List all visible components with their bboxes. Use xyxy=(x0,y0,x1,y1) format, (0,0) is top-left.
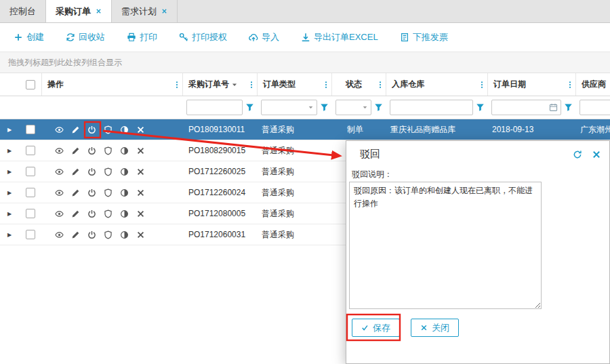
export-excel-button[interactable]: 导出订单EXCEL xyxy=(301,31,378,43)
view-icon[interactable] xyxy=(55,230,64,239)
order-date-filter-input[interactable] xyxy=(491,100,561,115)
po-number-filter-input[interactable] xyxy=(186,100,243,115)
column-menu-icon[interactable] xyxy=(322,80,330,89)
edit-icon[interactable] xyxy=(71,230,80,239)
order-type: 普通采购 xyxy=(258,166,332,178)
filter-funnel-icon[interactable] xyxy=(476,103,485,112)
print-auth-button[interactable]: 打印授权 xyxy=(179,31,227,43)
column-header-status[interactable]: 状态 xyxy=(332,73,386,96)
table-filter-row xyxy=(0,96,610,119)
print-button[interactable]: 打印 xyxy=(127,31,157,43)
recycle-icon xyxy=(66,33,75,42)
shield-icon[interactable] xyxy=(104,125,113,134)
filter-funnel-icon[interactable] xyxy=(564,103,573,112)
view-icon[interactable] xyxy=(55,167,64,176)
shield-icon[interactable] xyxy=(104,188,113,197)
row-expand-icon[interactable]: ▶ xyxy=(7,232,12,238)
select-all-checkbox[interactable] xyxy=(26,80,35,89)
reject-power-icon[interactable] xyxy=(87,167,96,176)
row-checkbox[interactable] xyxy=(26,209,35,218)
column-menu-icon[interactable] xyxy=(566,80,574,89)
column-header-warehouse[interactable]: 入库仓库 xyxy=(386,73,488,96)
tab-close-icon[interactable] xyxy=(161,8,167,14)
order-type-filter-select[interactable] xyxy=(261,100,317,115)
column-menu-icon[interactable] xyxy=(478,80,486,89)
contrast-icon[interactable] xyxy=(120,230,129,239)
shield-icon[interactable] xyxy=(104,209,113,218)
view-icon[interactable] xyxy=(55,125,64,134)
column-menu-icon[interactable] xyxy=(173,80,181,89)
column-menu-icon[interactable] xyxy=(376,80,384,89)
filter-funnel-icon[interactable] xyxy=(320,103,329,112)
view-icon[interactable] xyxy=(55,209,64,218)
row-checkbox[interactable] xyxy=(26,167,35,176)
row-checkbox[interactable] xyxy=(26,188,35,197)
delete-x-icon[interactable] xyxy=(136,125,145,134)
row-expand-icon[interactable]: ▶ xyxy=(7,148,12,154)
column-header-po-number[interactable]: 采购订单号 xyxy=(183,73,258,96)
warehouse-filter-input[interactable] xyxy=(390,100,473,115)
delete-x-icon[interactable] xyxy=(136,188,145,197)
sort-desc-icon xyxy=(231,81,238,88)
edit-icon[interactable] xyxy=(71,125,80,134)
contrast-icon[interactable] xyxy=(120,146,129,155)
reject-reason-textarea[interactable]: 驳回原因：该订单的和创建人现在已离职，不能进行操作 xyxy=(349,182,542,309)
reject-power-icon[interactable] xyxy=(87,188,96,197)
edit-icon[interactable] xyxy=(71,146,80,155)
delete-x-icon[interactable] xyxy=(136,230,145,239)
delete-x-icon[interactable] xyxy=(136,167,145,176)
tab-console[interactable]: 控制台 xyxy=(0,0,46,22)
edit-icon[interactable] xyxy=(71,188,80,197)
delete-x-icon[interactable] xyxy=(136,209,145,218)
row-checkbox[interactable] xyxy=(26,146,35,155)
row-expand-icon[interactable]: ▶ xyxy=(7,211,12,217)
reject-power-icon[interactable] xyxy=(87,146,96,155)
reject-power-icon[interactable] xyxy=(87,125,96,134)
dialog-close-icon[interactable] xyxy=(592,150,601,159)
cloud-upload-icon xyxy=(249,33,258,42)
filter-funnel-icon[interactable] xyxy=(245,103,254,112)
contrast-icon[interactable] xyxy=(120,188,129,197)
supplier-filter-input[interactable] xyxy=(580,100,610,115)
row-checkbox[interactable] xyxy=(26,125,35,134)
refresh-icon[interactable] xyxy=(573,150,582,159)
column-header-order-type[interactable]: 订单类型 xyxy=(258,73,332,96)
shield-icon[interactable] xyxy=(104,230,113,239)
contrast-icon[interactable] xyxy=(120,125,129,134)
shield-icon[interactable] xyxy=(104,146,113,155)
column-header-supplier[interactable]: 供应商 xyxy=(576,73,610,96)
calendar-icon[interactable] xyxy=(549,103,558,112)
column-header-operations[interactable]: 操作 xyxy=(42,73,183,96)
plus-icon xyxy=(14,33,23,42)
row-checkbox[interactable] xyxy=(26,230,35,239)
view-icon[interactable] xyxy=(55,188,64,197)
tab-demand-plan[interactable]: 需求计划 xyxy=(112,0,178,22)
column-header-order-date[interactable]: 订单日期 xyxy=(488,73,576,96)
tab-purchase-order[interactable]: 采购订单 xyxy=(46,0,112,22)
row-expand-icon[interactable]: ▶ xyxy=(7,127,12,133)
reject-power-icon[interactable] xyxy=(87,209,96,218)
delete-x-icon[interactable] xyxy=(136,146,145,155)
close-button[interactable]: 关闭 xyxy=(411,319,459,337)
edit-icon[interactable] xyxy=(71,209,80,218)
row-expand-icon[interactable]: ▶ xyxy=(7,169,12,175)
filter-funnel-icon[interactable] xyxy=(374,103,383,112)
edit-icon[interactable] xyxy=(71,167,80,176)
shield-icon[interactable] xyxy=(104,167,113,176)
contrast-icon[interactable] xyxy=(120,167,129,176)
view-icon[interactable] xyxy=(55,146,64,155)
recycle-bin-button[interactable]: 回收站 xyxy=(66,31,105,43)
contrast-icon[interactable] xyxy=(120,209,129,218)
push-invoice-button[interactable]: 下推发票 xyxy=(400,31,448,43)
reject-power-icon[interactable] xyxy=(87,230,96,239)
tab-close-icon[interactable] xyxy=(96,8,102,14)
column-menu-icon[interactable] xyxy=(247,80,256,89)
create-button[interactable]: 创建 xyxy=(14,31,44,43)
save-button[interactable]: 保存 xyxy=(352,319,400,337)
import-button[interactable]: 导入 xyxy=(249,31,279,43)
row-expand-icon[interactable]: ▶ xyxy=(7,190,12,196)
row-operations xyxy=(42,146,183,155)
table-row[interactable]: ▶ PO1809130011 普通采购 制单 重庆礼品商赠品库 2018-09-… xyxy=(0,119,610,140)
status-filter-select[interactable] xyxy=(336,100,371,115)
filter-cell-operations xyxy=(42,96,183,119)
